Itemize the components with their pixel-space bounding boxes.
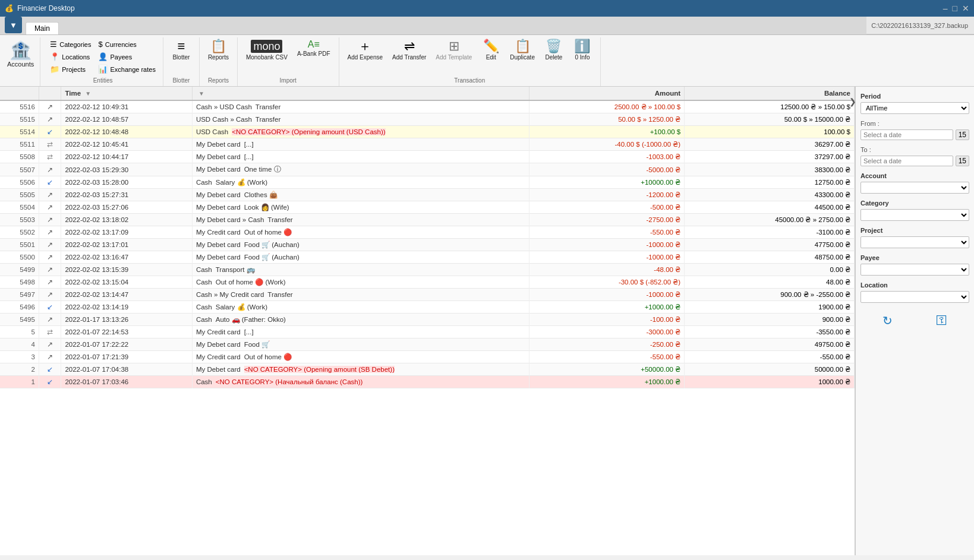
table-row[interactable]: 5514↙2022-02-12 10:48:48USD Cash<NO CATE… (0, 126, 855, 138)
table-row[interactable]: 5504↗2022-02-03 15:27:06My Debet cardLoo… (0, 201, 855, 214)
locations-button[interactable]: 📍 Locations (48, 51, 93, 62)
delete-button[interactable]: 🗑️ Delete (541, 37, 567, 63)
ribbon: 🏦 Accounts ☰ Categories 📍 Locations 📁 Pr… (0, 35, 974, 87)
table-row[interactable]: 5500↗2022-02-02 13:16:47My Debet cardFoo… (0, 251, 855, 264)
table-area[interactable]: Time ▼ ▼ Amount Balance 5516↗2022-02-12 … (0, 87, 855, 555)
table-row[interactable]: 5503↗2022-02-02 13:18:02My Debet card » … (0, 214, 855, 226)
cell-type-icon: ↗ (39, 201, 61, 214)
table-body: 5516↗2022-02-12 10:49:31Cash » USD CashT… (0, 100, 855, 388)
title-bar-controls[interactable]: – □ ✕ (943, 4, 969, 13)
payees-button[interactable]: 👤 Payees (96, 51, 157, 62)
table-row[interactable]: 5501↗2022-02-02 13:17:01My Debet cardFoo… (0, 239, 855, 251)
blotter-button[interactable]: ≡ Blotter (168, 37, 194, 63)
cell-account-category: My Debet card[...] (192, 138, 529, 151)
cell-balance: 45000.00 ₴ » 2750.00 ₴ (685, 214, 855, 226)
filter-button[interactable]: ⚿ (936, 314, 948, 328)
cell-id: 5 (0, 326, 39, 338)
exchange-rates-button[interactable]: 📊 Exchange rates (96, 64, 157, 75)
close-icon[interactable]: ✕ (962, 4, 969, 13)
cell-account-category: CashSalary 💰 (Work) (192, 301, 529, 314)
edit-button[interactable]: ✏️ Edit (478, 37, 504, 63)
tab-bar: ▼ Main (0, 17, 59, 34)
minimize-icon[interactable]: – (943, 4, 948, 13)
cell-id: 5511 (0, 138, 39, 151)
cell-time: 2022-01-17 13:13:26 (61, 314, 192, 326)
cell-balance: 900.00 ₴ (685, 314, 855, 326)
cell-account-category: Cash<NO CATEGORY> (Начальный баланс (Cas… (192, 376, 529, 388)
menu-icon: ▼ (10, 21, 17, 30)
account-select[interactable] (860, 182, 969, 194)
cell-type-icon: ⇄ (39, 326, 61, 338)
duplicate-icon: 📋 (515, 40, 531, 53)
monobank-csv-button[interactable]: mono Monobank CSV (242, 37, 291, 63)
period-select[interactable]: AllTime This Month Last Month This Year … (860, 102, 969, 114)
to-date-input[interactable] (860, 156, 953, 166)
accounts-button[interactable]: 🏦 Accounts (2, 37, 40, 86)
a-bank-pdf-button[interactable]: A≡ A-Bank PDF (294, 37, 334, 59)
menu-dropdown-button[interactable]: ▼ (5, 17, 22, 33)
cell-account-category: USD Cash<NO CATEGORY> (Opening amount (U… (192, 126, 529, 138)
cell-time: 2022-02-02 13:16:47 (61, 251, 192, 264)
col-id (0, 87, 39, 100)
table-row[interactable]: 4↗2022-01-07 17:22:22My Debet cardFood 🛒… (0, 338, 855, 351)
categories-button[interactable]: ☰ Categories (48, 39, 93, 50)
add-transfer-button[interactable]: ⇌ Add Transfer (389, 37, 430, 63)
table-row[interactable]: 5516↗2022-02-12 10:49:31Cash » USD CashT… (0, 100, 855, 113)
table-row[interactable]: 5499↗2022-02-02 13:15:39CashTransport 🚌-… (0, 264, 855, 276)
cell-type-icon: ↙ (39, 176, 61, 189)
table-row[interactable]: 2↙2022-01-07 17:04:38My Debet card<NO CA… (0, 363, 855, 376)
currencies-button[interactable]: $ Currencies (96, 39, 157, 50)
to-date-btn[interactable]: 15 (956, 156, 969, 166)
table-row[interactable]: 3↗2022-01-07 17:21:39My Credit cardOut o… (0, 351, 855, 363)
refresh-button[interactable]: ↻ (882, 314, 893, 328)
account-filter-icon[interactable]: ▼ (198, 90, 204, 97)
cell-id: 5508 (0, 151, 39, 163)
cell-balance: 38300.00 ₴ (685, 163, 855, 176)
table-row[interactable]: 5505↗2022-02-03 15:27:31My Debet cardClo… (0, 189, 855, 201)
table-row[interactable]: 5507↗2022-02-03 15:29:30My Debet cardOne… (0, 163, 855, 176)
col-time[interactable]: Time ▼ (61, 87, 192, 100)
location-select[interactable] (860, 291, 969, 303)
category-select[interactable] (860, 209, 969, 221)
table-row[interactable]: 5506↙2022-02-03 15:28:00CashSalary 💰 (Wo… (0, 176, 855, 189)
col-account-category[interactable]: ▼ (192, 87, 529, 100)
cell-amount: +10000.00 ₴ (529, 176, 684, 189)
table-row[interactable]: 5508⇄2022-02-12 10:44:17My Debet card[..… (0, 151, 855, 163)
cell-id: 5497 (0, 289, 39, 301)
from-date-input[interactable] (860, 129, 953, 140)
cell-type-icon: ↙ (39, 363, 61, 376)
payee-select[interactable] (860, 264, 969, 276)
from-section: From : 15 (860, 120, 969, 140)
reports-button[interactable]: 📋 Reports (204, 37, 232, 63)
table-row[interactable]: 5498↗2022-02-02 13:15:04CashOut of home … (0, 276, 855, 289)
cell-id: 5505 (0, 189, 39, 201)
cell-balance: -550.00 ₴ (685, 351, 855, 363)
table-row[interactable]: 5495↗2022-01-17 13:13:26CashAuto 🚗 (Fath… (0, 314, 855, 326)
tab-main[interactable]: Main (26, 22, 59, 34)
table-row[interactable]: 5515↗2022-02-12 10:48:57USD Cash » CashT… (0, 113, 855, 126)
table-row[interactable]: 5511⇄2022-02-12 10:45:41My Debet card[..… (0, 138, 855, 151)
add-expense-button[interactable]: ＋ Add Expense (344, 37, 387, 63)
restore-icon[interactable]: □ (953, 4, 957, 13)
table-row[interactable]: 5502↗2022-02-02 13:17:09My Credit cardOu… (0, 226, 855, 239)
projects-button[interactable]: 📁 Projects (48, 64, 93, 75)
col-amount: Amount (529, 87, 684, 100)
duplicate-button[interactable]: 📋 Duplicate (506, 37, 538, 63)
locations-icon: 📍 (50, 52, 59, 61)
cell-id: 5495 (0, 314, 39, 326)
from-date-btn[interactable]: 15 (956, 129, 969, 140)
info-button[interactable]: ℹ️ 0 Info (569, 37, 595, 63)
cell-account-category: Cash » My Credit cardTransfer (192, 289, 529, 301)
accounts-icon: 🏦 (10, 40, 31, 61)
entities-group: ☰ Categories 📍 Locations 📁 Projects $ Cu… (43, 37, 163, 86)
table-row[interactable]: 5496↙2022-02-02 13:14:19CashSalary 💰 (Wo… (0, 301, 855, 314)
panel-expand[interactable]: ❯ (855, 97, 856, 106)
cell-type-icon: ↗ (39, 276, 61, 289)
table-header-row: Time ▼ ▼ Amount Balance (0, 87, 855, 100)
table-row[interactable]: 5497↗2022-02-02 13:14:47Cash » My Credit… (0, 289, 855, 301)
table-row[interactable]: 1↙2022-01-07 17:03:46Cash<NO CATEGORY> (… (0, 376, 855, 388)
cell-balance: 47750.00 ₴ (685, 239, 855, 251)
table-row[interactable]: 5⇄2022-01-07 22:14:53My Credit card[...]… (0, 326, 855, 338)
project-select[interactable] (860, 236, 969, 248)
time-filter-icon[interactable]: ▼ (85, 90, 91, 97)
